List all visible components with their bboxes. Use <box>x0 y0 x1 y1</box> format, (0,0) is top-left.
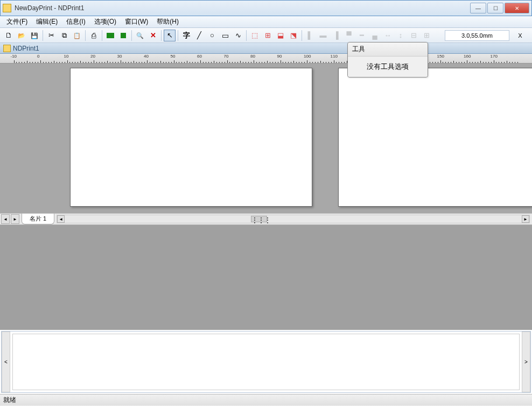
ruler-tick: 170 <box>491 54 498 59</box>
nav-prev-button[interactable]: ◄ <box>1 214 10 224</box>
group-button[interactable] <box>421 30 432 41</box>
ruler-tick: 110 <box>331 54 338 59</box>
toolbar-separator <box>302 30 302 41</box>
menu-info[interactable]: 信息(I) <box>62 16 89 27</box>
align-right-button[interactable] <box>330 30 342 41</box>
menu-edit[interactable]: 编辑(E) <box>32 16 62 27</box>
maximize-button[interactable]: ☐ <box>487 3 503 13</box>
menu-help[interactable]: 帮助(H) <box>152 16 183 27</box>
ruler-tick: 70 <box>224 54 229 59</box>
print-button[interactable] <box>88 30 100 41</box>
window-title: NewDayPrint - NDPrint1 <box>15 4 469 12</box>
page-tab-bar: ◄ ► 名片 1 ◄ ⋮⋮⋮ ► <box>0 213 532 225</box>
dist-width-button[interactable] <box>382 30 394 41</box>
delete-button[interactable] <box>147 30 159 41</box>
toolbar-separator <box>178 30 178 41</box>
close-button[interactable]: ✕ <box>505 3 529 13</box>
rect-icon <box>222 31 229 40</box>
fill-icon <box>277 31 284 39</box>
ruler-tick: 80 <box>250 54 255 59</box>
horizontal-scrollbar[interactable]: ◄ ⋮⋮⋮ ► <box>57 215 530 223</box>
new-button[interactable] <box>3 30 15 41</box>
menu-file[interactable]: 文件(F) <box>2 16 32 27</box>
ruler-tick: 100 <box>304 54 311 59</box>
align-middle-icon <box>360 31 364 39</box>
rect-tool-button[interactable] <box>219 30 231 41</box>
dist-height-button[interactable] <box>395 30 407 41</box>
ruler-tick: 50 <box>171 54 176 59</box>
align-bottom-button[interactable] <box>369 30 381 41</box>
cut-button[interactable] <box>45 30 57 41</box>
ruler-tick: 60 <box>197 54 202 59</box>
scroll-left-button[interactable]: ◄ <box>57 215 65 223</box>
line-icon <box>197 31 201 39</box>
open-button[interactable] <box>16 30 27 41</box>
save-icon <box>31 31 38 39</box>
coordinate-display: 3.0,55.0mm <box>445 30 509 41</box>
fill-icon <box>265 31 271 39</box>
fill-icon <box>251 31 258 39</box>
tool-popup-title[interactable]: 工具 <box>348 43 428 57</box>
page-back[interactable] <box>338 68 532 207</box>
toolbar-separator <box>102 30 102 41</box>
spacing-button[interactable] <box>408 30 419 41</box>
horizontal-ruler: -100102030405060708090100110120130140150… <box>0 54 532 64</box>
bottom-panel: < > <box>1 331 531 393</box>
ruler-tick: 40 <box>144 54 149 59</box>
x-label: X <box>515 32 526 39</box>
spacing-icon <box>411 31 417 39</box>
zoom-button[interactable] <box>134 30 146 41</box>
middle-panel <box>0 225 532 330</box>
group-icon <box>424 31 430 39</box>
fill-button-3[interactable] <box>275 30 286 41</box>
line-tool-button[interactable] <box>193 30 205 41</box>
canvas-area[interactable] <box>0 64 532 213</box>
page-tab-card[interactable]: 名片 1 <box>22 214 54 224</box>
bottom-content <box>12 334 520 390</box>
cut-icon <box>48 31 54 39</box>
ruler-tick: 90 <box>277 54 282 59</box>
align-bottom-icon <box>372 31 377 39</box>
paste-icon <box>73 31 81 39</box>
copy-button[interactable] <box>58 30 70 41</box>
align-center-icon <box>320 31 327 39</box>
menu-window[interactable]: 窗口(W) <box>121 16 152 27</box>
status-bar: 就绪 <box>0 394 532 406</box>
status-text: 就绪 <box>3 396 16 405</box>
ellipse-icon <box>210 31 214 39</box>
page-front[interactable] <box>70 68 312 207</box>
ellipse-tool-button[interactable] <box>206 30 218 41</box>
fill-button-1[interactable] <box>249 30 261 41</box>
green-button-2[interactable] <box>117 30 129 41</box>
align-middle-button[interactable] <box>356 30 368 41</box>
fill-button-4[interactable] <box>288 30 299 41</box>
ruler-tick: 10 <box>64 54 69 59</box>
toolbar-separator <box>161 30 162 41</box>
toolbar-separator <box>43 30 43 41</box>
select-tool-button[interactable] <box>164 30 176 41</box>
paste-button[interactable] <box>71 30 83 41</box>
menu-options[interactable]: 选项(O) <box>90 16 121 27</box>
fill-button-2[interactable] <box>262 30 274 41</box>
align-left-button[interactable] <box>304 30 316 41</box>
toolbar: 3.0,55.0mm X <box>0 28 532 43</box>
copy-icon <box>62 31 67 40</box>
scroll-thumb[interactable]: ⋮⋮⋮ <box>251 216 267 222</box>
minimize-button[interactable]: — <box>470 3 486 13</box>
align-top-button[interactable] <box>343 30 355 41</box>
nav-next-button[interactable]: ► <box>11 214 19 224</box>
text-icon <box>183 31 190 40</box>
text-tool-button[interactable] <box>180 30 192 41</box>
scroll-right-button[interactable]: ► <box>522 215 529 223</box>
x-icon <box>150 31 156 39</box>
ruler-tick: 20 <box>90 54 95 59</box>
green-button-1[interactable] <box>104 30 116 41</box>
curve-tool-button[interactable] <box>232 30 244 41</box>
open-icon <box>18 31 25 39</box>
fill-icon <box>290 31 297 39</box>
bottom-nav-left[interactable]: < <box>2 332 10 392</box>
bottom-nav-right[interactable]: > <box>522 332 530 392</box>
menu-bar: 文件(F) 编辑(E) 信息(I) 选项(O) 窗口(W) 帮助(H) <box>0 16 532 28</box>
align-center-button[interactable] <box>317 30 329 41</box>
save-button[interactable] <box>29 30 40 41</box>
